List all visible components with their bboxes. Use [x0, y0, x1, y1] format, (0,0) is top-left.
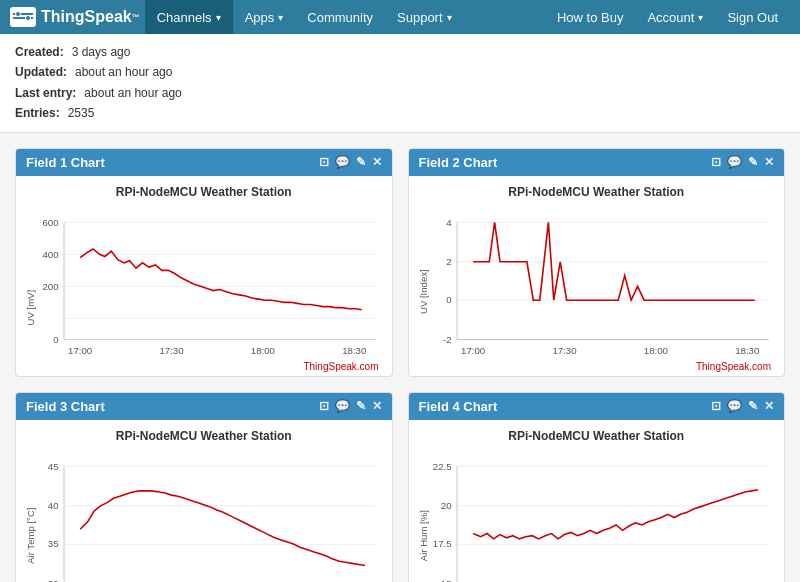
- svg-text:Air Hum [%]: Air Hum [%]: [417, 510, 428, 561]
- last-entry-value: about an hour ago: [84, 83, 181, 103]
- chart-field4-title: Field 4 Chart: [419, 399, 498, 414]
- navbar: ThingSpeak™ Channels ▾ Apps ▾ Community …: [0, 0, 800, 34]
- nav-items: Channels ▾ Apps ▾ Community Support ▾: [145, 0, 545, 34]
- brand-icon: [10, 7, 36, 27]
- svg-text:400: 400: [43, 248, 59, 259]
- entries-value: 2535: [68, 103, 95, 123]
- svg-text:18:00: 18:00: [251, 344, 275, 355]
- svg-text:20: 20: [440, 500, 451, 511]
- svg-text:0: 0: [446, 294, 451, 305]
- chart-field4-header: Field 4 Chart ⊡ 💬 ✎ ✕: [409, 393, 785, 420]
- svg-text:200: 200: [43, 280, 59, 291]
- svg-text:15: 15: [440, 577, 451, 582]
- svg-text:-2: -2: [443, 333, 452, 344]
- info-section: Created: 3 days ago Updated: about an ho…: [0, 34, 800, 133]
- svg-point-3: [26, 16, 31, 21]
- nav-apps[interactable]: Apps ▾: [233, 0, 296, 34]
- svg-text:35: 35: [48, 538, 59, 549]
- channels-caret: ▾: [216, 12, 221, 23]
- brand[interactable]: ThingSpeak™: [10, 7, 140, 27]
- chart-field1-header: Field 1 Chart ⊡ 💬 ✎ ✕: [16, 149, 392, 176]
- support-caret: ▾: [447, 12, 452, 23]
- chart-field4-icons: ⊡ 💬 ✎ ✕: [711, 399, 774, 413]
- last-entry-label: Last entry:: [15, 83, 76, 103]
- chart-field1-svg: 600 400 200 0 17:00 17:30 18:00 18:30 UV…: [21, 201, 387, 361]
- updated-label: Updated:: [15, 62, 67, 82]
- nav-account[interactable]: Account ▾: [635, 0, 715, 34]
- nav-right: How to Buy Account ▾ Sign Out: [545, 0, 790, 34]
- svg-text:17:30: 17:30: [159, 344, 183, 355]
- nav-community[interactable]: Community: [295, 0, 385, 34]
- comment-icon3[interactable]: 💬: [335, 399, 350, 413]
- chart-field3-body: RPi-NodeMCU Weather Station 45 40 35: [16, 420, 392, 582]
- chart-field1-icons: ⊡ 💬 ✎ ✕: [319, 155, 382, 169]
- close-icon3[interactable]: ✕: [372, 399, 382, 413]
- comment-icon[interactable]: 💬: [335, 155, 350, 169]
- close-icon[interactable]: ✕: [372, 155, 382, 169]
- nav-support[interactable]: Support ▾: [385, 0, 464, 34]
- charts-container: Field 1 Chart ⊡ 💬 ✎ ✕ RPi-NodeMCU Weathe…: [0, 133, 800, 582]
- comment-icon2[interactable]: 💬: [727, 155, 742, 169]
- close-icon2[interactable]: ✕: [764, 155, 774, 169]
- comment-icon4[interactable]: 💬: [727, 399, 742, 413]
- chart-field1-title: Field 1 Chart: [26, 155, 105, 170]
- info-created: Created: 3 days ago: [15, 42, 785, 62]
- chart-field4-body: RPi-NodeMCU Weather Station 22.5 20 17.5: [409, 420, 785, 582]
- chart-field4: Field 4 Chart ⊡ 💬 ✎ ✕ RPi-NodeMCU Weathe…: [408, 392, 786, 582]
- edit-icon2[interactable]: ✎: [748, 155, 758, 169]
- chart-field4-chart-title: RPi-NodeMCU Weather Station: [414, 429, 780, 443]
- svg-text:2: 2: [446, 256, 451, 267]
- chart-field2-header: Field 2 Chart ⊡ 💬 ✎ ✕: [409, 149, 785, 176]
- chart-field1-credit: ThingSpeak.com: [21, 361, 387, 375]
- chart-field3: Field 3 Chart ⊡ 💬 ✎ ✕ RPi-NodeMCU Weathe…: [15, 392, 393, 582]
- svg-text:22.5: 22.5: [432, 460, 451, 471]
- svg-text:17.5: 17.5: [432, 538, 451, 549]
- expand-icon[interactable]: ⊡: [319, 155, 329, 169]
- expand-icon3[interactable]: ⊡: [319, 399, 329, 413]
- edit-icon4[interactable]: ✎: [748, 399, 758, 413]
- svg-text:18:30: 18:30: [735, 344, 759, 355]
- svg-text:0: 0: [53, 333, 58, 344]
- chart-field2-title: Field 2 Chart: [419, 155, 498, 170]
- account-caret: ▾: [698, 12, 703, 23]
- chart-field3-icons: ⊡ 💬 ✎ ✕: [319, 399, 382, 413]
- svg-text:18:00: 18:00: [643, 344, 667, 355]
- edit-icon[interactable]: ✎: [356, 155, 366, 169]
- updated-value: about an hour ago: [75, 62, 172, 82]
- chart-field3-title: Field 3 Chart: [26, 399, 105, 414]
- svg-text:UV [mV]: UV [mV]: [25, 289, 36, 325]
- expand-icon2[interactable]: ⊡: [711, 155, 721, 169]
- edit-icon3[interactable]: ✎: [356, 399, 366, 413]
- expand-icon4[interactable]: ⊡: [711, 399, 721, 413]
- svg-text:17:00: 17:00: [461, 344, 485, 355]
- svg-text:UV [Index]: UV [Index]: [417, 269, 428, 314]
- chart-field1-body: RPi-NodeMCU Weather Station 600 400 200 …: [16, 176, 392, 376]
- chart-field3-svg: 45 40 35 30 17:00 17:30 18:00 18:30 Air …: [21, 445, 387, 582]
- chart-field2-credit: ThingSpeak.com: [414, 361, 780, 375]
- chart-field2-icons: ⊡ 💬 ✎ ✕: [711, 155, 774, 169]
- info-last-entry: Last entry: about an hour ago: [15, 83, 785, 103]
- created-value: 3 days ago: [72, 42, 131, 62]
- nav-channels[interactable]: Channels ▾: [145, 0, 233, 34]
- close-icon4[interactable]: ✕: [764, 399, 774, 413]
- svg-text:45: 45: [48, 460, 59, 471]
- chart-field1: Field 1 Chart ⊡ 💬 ✎ ✕ RPi-NodeMCU Weathe…: [15, 148, 393, 377]
- svg-text:17:30: 17:30: [552, 344, 576, 355]
- chart-field2-body: RPi-NodeMCU Weather Station 4 2 0: [409, 176, 785, 376]
- nav-sign-out[interactable]: Sign Out: [715, 0, 790, 34]
- apps-caret: ▾: [278, 12, 283, 23]
- info-updated: Updated: about an hour ago: [15, 62, 785, 82]
- brand-name: ThingSpeak: [41, 8, 132, 26]
- svg-text:4: 4: [446, 216, 452, 227]
- svg-text:600: 600: [43, 216, 59, 227]
- nav-how-to-buy[interactable]: How to Buy: [545, 0, 635, 34]
- chart-field2-svg: 4 2 0 -2 17:00 17:30 18:00 18:30 UV [Ind…: [414, 201, 780, 361]
- svg-text:18:30: 18:30: [342, 344, 366, 355]
- chart-field3-header: Field 3 Chart ⊡ 💬 ✎ ✕: [16, 393, 392, 420]
- brand-tm: ™: [132, 13, 140, 22]
- chart-field1-chart-title: RPi-NodeMCU Weather Station: [21, 185, 387, 199]
- entries-label: Entries:: [15, 103, 60, 123]
- chart-field2: Field 2 Chart ⊡ 💬 ✎ ✕ RPi-NodeMCU Weathe…: [408, 148, 786, 377]
- svg-point-2: [16, 12, 21, 17]
- chart-field3-chart-title: RPi-NodeMCU Weather Station: [21, 429, 387, 443]
